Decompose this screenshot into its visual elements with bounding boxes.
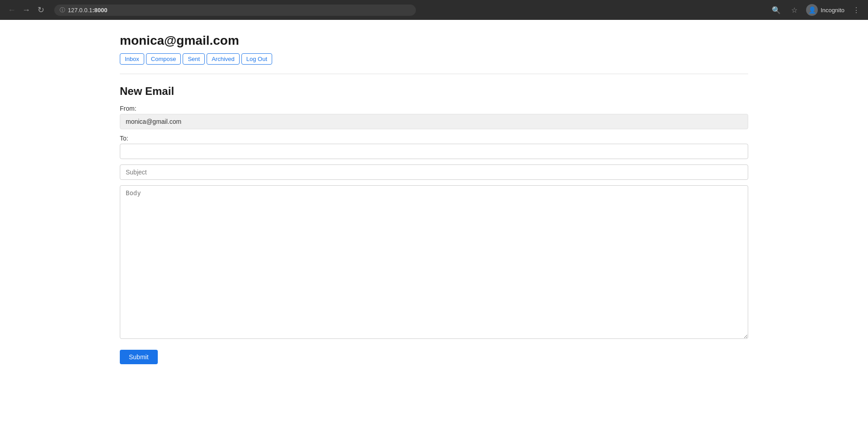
profile-section[interactable]: 👤 Incognito [806,4,844,16]
browser-chrome: ← → ↻ ⓘ 127.0.0.1:8000 🔍 ☆ 👤 Incognito ⋮ [0,0,868,20]
compose-title: New Email [120,85,748,98]
from-group: From: monica@gmail.com [120,105,748,129]
profile-name: Incognito [821,7,844,14]
browser-right-controls: 🔍 ☆ 👤 Incognito ⋮ [770,4,863,16]
forward-button[interactable]: → [20,4,33,16]
subject-input[interactable] [120,164,748,180]
subject-group [120,164,748,180]
archived-button[interactable]: Archived [207,53,240,65]
sent-button[interactable]: Sent [183,53,205,65]
lock-icon: ⓘ [60,6,65,14]
logout-button[interactable]: Log Out [241,53,272,65]
avatar: 👤 [806,4,818,16]
page-content: monica@gmail.com Inbox Compose Sent Arch… [0,20,868,373]
nav-buttons: Inbox Compose Sent Archived Log Out [120,53,748,65]
to-group: To: [120,135,748,159]
back-button[interactable]: ← [5,4,18,16]
divider [120,74,748,74]
body-group [120,185,748,341]
url-display: 127.0.0.1:8000 [68,7,107,14]
submit-button[interactable]: Submit [120,350,158,364]
menu-button[interactable]: ⋮ [850,4,863,16]
from-label: From: [120,105,748,112]
user-email: monica@gmail.com [120,33,748,48]
nav-buttons-group: ← → ↻ [5,4,47,16]
from-field: monica@gmail.com [120,114,748,129]
reload-button[interactable]: ↻ [34,4,47,16]
compose-button[interactable]: Compose [146,53,181,65]
address-bar[interactable]: ⓘ 127.0.0.1:8000 [54,5,416,16]
inbox-button[interactable]: Inbox [120,53,144,65]
bookmark-button[interactable]: ☆ [788,4,801,16]
to-input[interactable] [120,144,748,159]
body-input[interactable] [120,185,748,339]
search-button[interactable]: 🔍 [770,4,783,16]
to-label: To: [120,135,748,142]
